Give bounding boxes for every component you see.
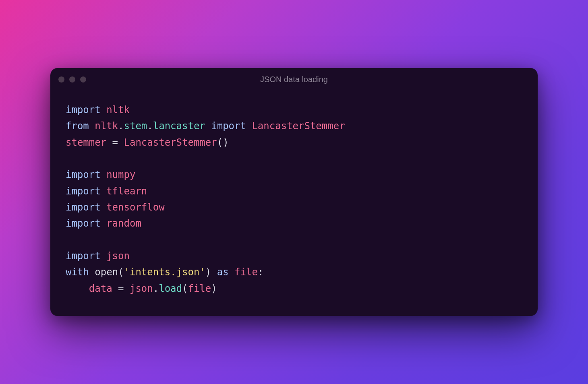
- code-line: import nltk: [66, 104, 130, 116]
- keyword: import: [66, 104, 101, 116]
- parens: (): [217, 137, 229, 148]
- close-button[interactable]: [58, 76, 64, 83]
- keyword: import: [66, 186, 101, 197]
- keyword: from: [66, 120, 89, 132]
- colon: :: [258, 266, 263, 278]
- code-line: import tensorflow: [66, 202, 165, 213]
- paren: ): [205, 266, 211, 278]
- minimize-button[interactable]: [69, 76, 75, 83]
- module: json: [130, 283, 153, 294]
- module: nltk: [106, 104, 130, 116]
- titlebar: JSON data loading: [50, 68, 538, 91]
- fn: open: [95, 266, 118, 278]
- fn: load: [159, 283, 182, 294]
- module: random: [106, 218, 141, 229]
- code-line: import tflearn: [66, 186, 147, 197]
- punct: .: [153, 283, 159, 294]
- keyword: import: [66, 169, 101, 180]
- variable: file: [234, 266, 258, 278]
- operator: =: [106, 137, 124, 148]
- class: LancasterStemmer: [252, 120, 345, 132]
- module: nltk: [95, 120, 118, 132]
- keyword: import: [66, 202, 101, 213]
- variable: data: [89, 283, 112, 294]
- call: LancasterStemmer: [124, 137, 217, 148]
- traffic-lights: [58, 76, 86, 83]
- code-line: from nltk.stem.lancaster import Lancaste…: [66, 120, 345, 132]
- code-editor[interactable]: import nltk from nltk.stem.lancaster imp…: [50, 91, 538, 316]
- paren: (: [182, 283, 188, 294]
- arg: file: [188, 283, 211, 294]
- code-line: data = json.load(file): [66, 283, 217, 294]
- keyword: as: [217, 266, 229, 278]
- module: tensorflow: [106, 202, 165, 213]
- keyword: import: [66, 218, 101, 229]
- module: numpy: [106, 169, 135, 180]
- keyword: import: [211, 120, 246, 132]
- maximize-button[interactable]: [80, 76, 86, 83]
- module: json: [106, 250, 130, 262]
- submodule: stem: [124, 120, 147, 132]
- keyword: import: [66, 250, 101, 262]
- code-line: import numpy: [66, 169, 135, 180]
- paren: ): [211, 283, 217, 294]
- indent: [66, 283, 89, 294]
- variable: stemmer: [66, 137, 106, 148]
- code-line: with open('intents.json') as file:: [66, 266, 263, 278]
- module: tflearn: [106, 186, 147, 197]
- string: 'intents.json': [124, 266, 205, 278]
- operator: =: [112, 283, 130, 294]
- code-line: import random: [66, 218, 141, 229]
- code-window: JSON data loading import nltk from nltk.…: [50, 68, 538, 316]
- punct: .: [147, 120, 153, 132]
- code-line: stemmer = LancasterStemmer(): [66, 137, 229, 148]
- code-line: import json: [66, 250, 130, 262]
- keyword: with: [66, 266, 89, 278]
- punct: .: [118, 120, 124, 132]
- submodule: lancaster: [153, 120, 205, 132]
- paren: (: [118, 266, 124, 278]
- window-title: JSON data loading: [50, 75, 538, 84]
